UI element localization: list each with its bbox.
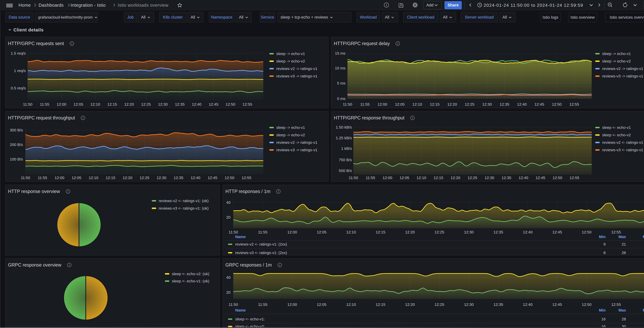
svg-text:11:50: 11:50	[349, 176, 358, 180]
svg-text:10 ms: 10 ms	[335, 66, 346, 70]
svg-text:12:50: 12:50	[582, 230, 592, 234]
svg-text:12:05: 12:05	[317, 230, 326, 234]
svg-text:reviews-v3 -> ratings-v1: reviews-v3 -> ratings-v1	[276, 74, 317, 78]
svg-text:12:25: 12:25	[141, 102, 151, 106]
svg-text:sleep -> echo-v2: sleep -> echo-v2	[602, 59, 631, 63]
svg-text:sleep -> echo-v1: sleep -> echo-v1	[276, 52, 305, 56]
svg-text:sleep -> echo-v2: sleep -> echo-v2	[276, 133, 305, 137]
svg-text:Mean: Mean	[643, 308, 644, 312]
svg-text:12:05: 12:05	[72, 176, 81, 180]
svg-text:sleep <- echo-v1: (ok): sleep <- echo-v1: (ok)	[172, 279, 209, 283]
svg-text:12:20: 12:20	[405, 230, 415, 234]
svg-text:11:50: 11:50	[23, 102, 32, 106]
svg-text:12:45: 12:45	[534, 102, 544, 106]
svg-text:26: 26	[622, 250, 626, 255]
svg-text:12:20: 12:20	[405, 302, 415, 306]
svg-text:12:25: 12:25	[468, 176, 477, 180]
svg-text:11:55: 11:55	[360, 102, 370, 106]
svg-text:Name: Name	[235, 234, 246, 239]
svg-text:20: 20	[226, 215, 230, 220]
svg-text:12:10: 12:10	[88, 176, 98, 180]
svg-text:40: 40	[226, 200, 230, 204]
svg-text:sleep <- echo-v1: sleep <- echo-v1	[602, 125, 631, 130]
svg-text:5 ms: 5 ms	[337, 81, 346, 85]
svg-text:12:30: 12:30	[482, 102, 492, 106]
svg-text:750 B/s: 750 B/s	[339, 158, 352, 162]
svg-text:12:30: 12:30	[156, 176, 166, 180]
svg-text:12:45: 12:45	[552, 230, 562, 234]
svg-text:reviews-v2 <- ratings-v1: (ok): reviews-v2 <- ratings-v1: (ok)	[159, 199, 209, 203]
svg-text:Name: Name	[235, 308, 246, 312]
svg-text:12:55: 12:55	[611, 230, 621, 234]
svg-text:12:10: 12:10	[90, 102, 100, 106]
svg-text:sleep -> echo-v2: sleep -> echo-v2	[276, 59, 305, 63]
svg-text:Mean: Mean	[643, 234, 644, 239]
svg-text:12:30: 12:30	[464, 302, 474, 306]
svg-text:12:35: 12:35	[500, 102, 509, 106]
svg-text:11:50: 11:50	[228, 302, 238, 306]
svg-text:12:45: 12:45	[552, 302, 562, 306]
svg-text:12:55: 12:55	[242, 102, 252, 106]
svg-text:12:35: 12:35	[175, 102, 184, 106]
svg-text:12:50: 12:50	[582, 302, 592, 306]
svg-text:11:50: 11:50	[343, 102, 352, 106]
svg-text:16: 16	[601, 317, 606, 321]
svg-text:12:25: 12:25	[434, 230, 444, 234]
svg-text:12:40: 12:40	[518, 176, 528, 180]
svg-text:Min: Min	[599, 308, 606, 312]
svg-text:12:25: 12:25	[140, 176, 149, 180]
svg-text:21: 21	[622, 242, 626, 246]
svg-text:12:55: 12:55	[570, 102, 579, 106]
svg-text:11:55: 11:55	[366, 176, 375, 180]
svg-text:12:50: 12:50	[552, 176, 562, 180]
svg-text:12:00: 12:00	[287, 302, 297, 306]
svg-text:12:55: 12:55	[242, 176, 251, 180]
svg-text:1 kB/s: 1 kB/s	[341, 146, 352, 150]
svg-text:12:50: 12:50	[226, 102, 235, 106]
svg-text:100 B/s: 100 B/s	[10, 157, 23, 161]
svg-text:300 B/s: 300 B/s	[10, 128, 23, 132]
svg-text:reviews-v3 -> ratings-v1: reviews-v3 -> ratings-v1	[602, 74, 643, 78]
svg-text:12:40: 12:40	[192, 102, 202, 106]
svg-text:12:40: 12:40	[190, 176, 200, 180]
svg-text:12:35: 12:35	[174, 176, 183, 180]
svg-text:Max: Max	[618, 234, 626, 239]
svg-text:reviews-v2 -> ratings-v1: reviews-v2 -> ratings-v1	[602, 66, 643, 71]
svg-text:12:05: 12:05	[395, 102, 405, 106]
svg-text:12:50: 12:50	[552, 102, 562, 106]
svg-text:11:55: 11:55	[258, 230, 268, 234]
svg-text:12:25: 12:25	[465, 102, 474, 106]
svg-text:12:55: 12:55	[570, 176, 579, 180]
svg-text:12:15: 12:15	[376, 230, 385, 234]
svg-text:11:55: 11:55	[258, 302, 268, 306]
svg-text:reviews-v3 <- ratings-v1: (ok): reviews-v3 <- ratings-v1: (ok)	[159, 206, 209, 210]
svg-text:1.5 req/s: 1.5 req/s	[11, 51, 26, 56]
svg-text:sleep -> echo-v1: sleep -> echo-v1	[276, 125, 305, 130]
svg-text:12:10: 12:10	[346, 230, 356, 234]
svg-text:12:15: 12:15	[107, 102, 117, 106]
svg-text:sleep -> echo-v1: sleep -> echo-v1	[602, 52, 631, 56]
svg-text:sleep <- echo-v2: (ok): sleep <- echo-v2: (ok)	[172, 272, 209, 276]
svg-text:12:45: 12:45	[536, 176, 545, 180]
svg-text:0.5 req/s: 0.5 req/s	[11, 86, 26, 90]
svg-text:12:10: 12:10	[416, 176, 426, 180]
svg-text:reviews-v3 <- ratings-v1: reviews-v3 <- ratings-v1	[602, 148, 643, 152]
svg-text:12:35: 12:35	[494, 230, 503, 234]
svg-text:12:00: 12:00	[287, 230, 297, 234]
svg-text:12:15: 12:15	[376, 302, 385, 306]
svg-text:0 ms: 0 ms	[337, 96, 346, 101]
svg-text:11:55: 11:55	[38, 176, 47, 180]
svg-text:8: 8	[604, 250, 606, 255]
svg-text:12:35: 12:35	[494, 302, 503, 306]
svg-text:20: 20	[226, 290, 230, 294]
svg-text:12:10: 12:10	[412, 102, 422, 106]
svg-text:Min: Min	[599, 234, 606, 239]
svg-text:1 req/s: 1 req/s	[14, 68, 26, 73]
svg-text:12:05: 12:05	[400, 176, 409, 180]
svg-text:12:00: 12:00	[54, 176, 64, 180]
svg-text:reviews-v2 -> ratings-v1: reviews-v2 -> ratings-v1	[276, 66, 317, 71]
svg-text:12:15: 12:15	[106, 176, 115, 180]
svg-text:12:20: 12:20	[447, 102, 457, 106]
svg-text:reviews-v2 -> ratings-v1: reviews-v2 -> ratings-v1	[276, 140, 317, 144]
svg-text:40: 40	[226, 275, 230, 280]
